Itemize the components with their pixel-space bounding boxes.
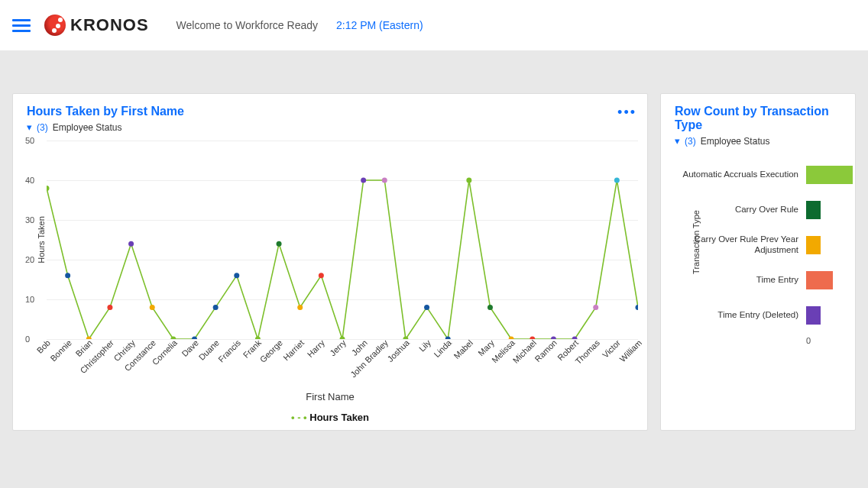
bar-row: Time Entry (Deleted) — [661, 298, 855, 333]
bar[interactable] — [806, 236, 821, 254]
panel-title: Hours Taken by First Name — [13, 94, 647, 121]
bar-label: Time Entry (Deleted) — [661, 310, 806, 321]
data-point[interactable] — [593, 305, 598, 310]
bar-label: Time Entry — [661, 275, 806, 286]
data-point[interactable] — [47, 186, 49, 191]
y-tick: 0 — [25, 334, 30, 344]
panel-row-count: Row Count by Transaction Type ▾ (3) Empl… — [660, 93, 856, 431]
clock-text[interactable]: 2:12 PM (Eastern) — [336, 19, 423, 31]
x-tick: Francis — [216, 338, 242, 364]
bar[interactable] — [806, 166, 853, 184]
chart-legend: • - • Hours Taken — [13, 412, 647, 423]
brand-name: KRONOS — [70, 15, 149, 35]
data-point[interactable] — [107, 305, 112, 310]
line-chart: Hours Taken 01020304050 — [47, 141, 638, 339]
x-axis-categories: BobBonnieBrianChristopherChristyConstanc… — [47, 339, 638, 389]
panel-menu-button[interactable]: ••• — [617, 105, 636, 121]
bar[interactable] — [806, 201, 821, 219]
x-tick: Bonnie — [48, 338, 73, 364]
bar-row: Time Entry — [661, 263, 855, 298]
welcome-text: Welcome to Workforce Ready — [177, 19, 318, 31]
data-point[interactable] — [319, 273, 324, 278]
data-point[interactable] — [466, 178, 471, 183]
data-point[interactable] — [424, 305, 429, 310]
bar-label: Carry Over Rule Prev Year Adjustment — [661, 234, 806, 256]
filter-count: (3) — [685, 136, 696, 147]
data-point[interactable] — [213, 305, 219, 310]
data-point[interactable] — [636, 305, 638, 310]
brand-logo-icon — [44, 15, 66, 36]
dashboard-area: ••• Hours Taken by First Name ▾ (3) Empl… — [0, 50, 868, 443]
panel-hours-taken: ••• Hours Taken by First Name ▾ (3) Empl… — [12, 93, 648, 431]
filter-count: (3) — [37, 122, 48, 133]
bar[interactable] — [806, 306, 821, 325]
panel-title: Row Count by Transaction Type — [661, 94, 855, 135]
legend-label: Hours Taken — [309, 412, 369, 423]
data-point[interactable] — [382, 178, 387, 183]
data-point[interactable] — [614, 178, 620, 183]
bar-row: Automatic Accruals Execution — [661, 157, 855, 192]
panel-filter-row[interactable]: ▾ (3) Employee Status — [13, 121, 647, 137]
brand-logo[interactable]: KRONOS — [44, 15, 149, 36]
data-point[interactable] — [150, 305, 155, 310]
legend-marker: • - • — [291, 412, 307, 423]
x-axis-label: First Name — [13, 391, 647, 402]
y-tick: 10 — [25, 295, 34, 304]
x-tick: Joshua — [385, 338, 411, 364]
x-tick: Mabel — [452, 338, 474, 361]
bar-label: Carry Over Rule — [661, 205, 806, 215]
bar-scale-zero: 0 — [806, 333, 855, 345]
x-tick: Harry — [306, 338, 326, 359]
x-tick: George — [258, 338, 284, 364]
y-axis-label: Hours Taken — [37, 216, 46, 263]
bar-row: Carry Over Rule — [661, 192, 855, 228]
x-tick: William — [618, 338, 644, 364]
x-tick: Linda — [432, 338, 454, 360]
data-point[interactable] — [128, 241, 134, 247]
menu-icon[interactable] — [12, 16, 31, 34]
data-point[interactable] — [277, 241, 282, 247]
filter-label: Employee Status — [701, 136, 770, 147]
y-axis-label: Transaction Type — [691, 210, 701, 274]
x-tick: Harriet — [281, 338, 306, 363]
filter-icon: ▾ — [27, 121, 32, 133]
bar-row: Carry Over Rule Prev Year Adjustment — [661, 228, 855, 263]
data-point[interactable] — [297, 305, 303, 310]
data-point[interactable] — [487, 305, 493, 310]
x-tick: Bob — [35, 338, 52, 355]
bar[interactable] — [806, 271, 833, 289]
panel-filter-row[interactable]: ▾ (3) Employee Status — [661, 135, 855, 151]
bar-label: Automatic Accruals Execution — [661, 170, 806, 180]
x-tick: Jerry — [328, 338, 348, 358]
filter-icon: ▾ — [675, 135, 680, 147]
data-point[interactable] — [234, 273, 239, 278]
x-tick: Ramon — [533, 338, 559, 364]
filter-label: Employee Status — [53, 122, 122, 133]
y-tick: 20 — [25, 255, 34, 264]
bar-chart: Transaction Type Automatic Accruals Exec… — [661, 151, 855, 333]
y-tick: 30 — [25, 215, 34, 225]
top-bar: KRONOS Welcome to Workforce Ready 2:12 P… — [0, 0, 868, 50]
data-point[interactable] — [361, 178, 366, 183]
y-tick: 40 — [25, 176, 34, 185]
x-tick: Lily — [416, 338, 432, 354]
data-point[interactable] — [65, 273, 70, 278]
y-tick: 50 — [25, 136, 34, 145]
